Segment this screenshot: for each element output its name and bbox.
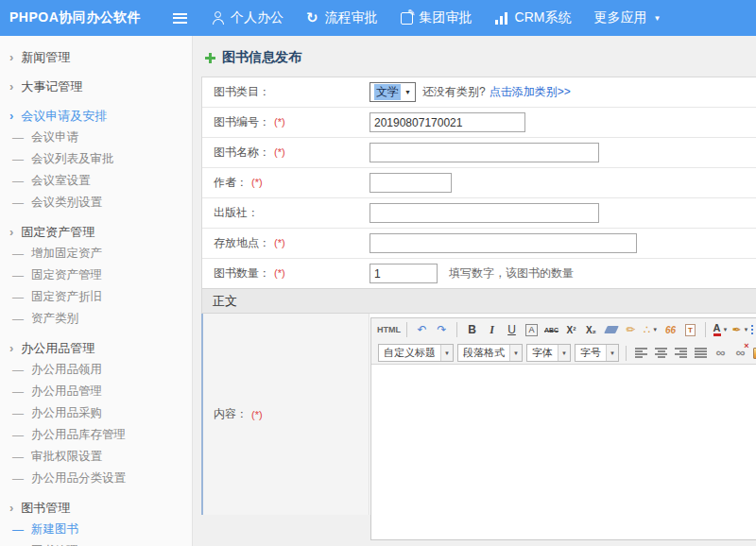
sidebar-item-label: 会议类别设置	[31, 195, 102, 211]
field-label: 图书数量：	[214, 266, 270, 280]
add-category-link[interactable]: 点击添加类别>>	[490, 84, 571, 100]
field-label: 图书类目：	[202, 84, 369, 100]
sidebar-item-会议类别设置[interactable]: —会议类别设置	[0, 192, 192, 213]
book-name-input[interactable]	[369, 143, 599, 162]
sidebar-item-会议列表及审批[interactable]: —会议列表及审批	[0, 148, 192, 170]
format-brush-icon[interactable]: ✏	[622, 320, 640, 339]
paint-format-icon[interactable]: ∴▼	[642, 320, 660, 339]
underline-icon[interactable]: U	[503, 320, 521, 339]
underline-icon: U	[507, 323, 516, 336]
publisher-input[interactable]	[369, 203, 599, 223]
sidebar-section-大事记管理[interactable]: ›大事记管理	[0, 76, 192, 97]
sidebar-item-会议申请[interactable]: —会议申请	[0, 127, 192, 148]
align-left-icon	[635, 348, 647, 358]
eraser-icon	[604, 326, 619, 333]
redo-icon[interactable]: ↷	[433, 320, 451, 339]
required-mark: (*)	[274, 267, 285, 279]
sidebar-item-label: 办公用品管理	[31, 384, 102, 400]
html-source-button[interactable]: HTML	[377, 320, 401, 339]
sidebar-item-办公用品采购[interactable]: —办公用品采购	[0, 402, 192, 424]
align-left-icon[interactable]	[632, 344, 650, 363]
sidebar-item-label: 固定资产管理	[21, 224, 94, 241]
editor-content-area[interactable]	[371, 364, 756, 539]
undo-icon[interactable]: ↶	[413, 320, 431, 339]
align-center-icon[interactable]	[652, 344, 670, 363]
font-size-select[interactable]: 字号▼	[575, 344, 619, 362]
field-label: 作者：	[214, 176, 248, 189]
font-color-icon: A	[713, 323, 721, 336]
sidebar-section-办公用品管理[interactable]: ›办公用品管理	[0, 337, 192, 359]
strikethrough-icon[interactable]: ABC	[542, 320, 560, 339]
book-no-input[interactable]	[369, 112, 525, 132]
field-label: 出版社：	[214, 206, 259, 219]
sidebar-item-审批权限设置[interactable]: —审批权限设置	[0, 446, 192, 468]
sidebar-section-固定资产管理[interactable]: ›固定资产管理	[0, 221, 192, 243]
category-select[interactable]: 文学 ▼	[369, 82, 416, 102]
toolbar-separator	[705, 322, 706, 337]
menu-more-apps[interactable]: 更多应用▼	[593, 9, 661, 26]
sidebar-item-办公用品领用[interactable]: —办公用品领用	[0, 359, 192, 381]
add-plus-icon	[205, 53, 215, 63]
sidebar-section-会议申请及安排[interactable]: ›会议申请及安排	[0, 105, 192, 127]
location-input[interactable]	[369, 233, 637, 253]
dash-icon: —	[12, 175, 24, 188]
image-icon[interactable]	[751, 344, 756, 363]
sidebar-item-办公用品库存管理[interactable]: —办公用品库存管理	[0, 424, 192, 446]
menu-process-approval[interactable]: 流程审批	[306, 9, 378, 26]
paragraph-format-select[interactable]: 段落格式▼	[457, 344, 523, 362]
sidebar-item-资产类别[interactable]: —资产类别	[0, 308, 192, 330]
link-icon	[716, 347, 726, 360]
sidebar-item-label: 资产类别	[31, 311, 78, 327]
chevron-right-icon: ›	[9, 225, 13, 239]
menu-crm-system[interactable]: CRM系统	[495, 9, 572, 26]
font-family-select[interactable]: 字体▼	[526, 344, 571, 362]
link-icon[interactable]	[712, 344, 730, 363]
required-mark: (*)	[274, 116, 285, 128]
sidebar-section-新闻管理[interactable]: ›新闻管理	[0, 46, 192, 68]
sidebar-item-label: 大事记管理	[21, 78, 82, 95]
blockquote-icon[interactable]: 66	[662, 320, 679, 339]
superscript-icon[interactable]: X²	[562, 320, 580, 339]
chevron-down-icon: ▼	[558, 345, 570, 361]
italic-icon[interactable]: I	[483, 320, 501, 339]
sidebar-section-图书管理[interactable]: ›图书管理	[0, 497, 192, 519]
dash-icon: —	[12, 196, 24, 210]
paste-text-icon[interactable]	[681, 320, 699, 339]
sidebar-item-固定资产管理[interactable]: —固定资产管理	[0, 264, 192, 286]
dash-icon: —	[12, 269, 24, 282]
char-border-icon[interactable]: A	[523, 320, 541, 339]
unlink-icon[interactable]	[731, 344, 749, 363]
sidebar-item-图书管理[interactable]: —图书管理	[0, 540, 192, 546]
sidebar-item-会议室设置[interactable]: —会议室设置	[0, 170, 192, 192]
chevron-right-icon: ›	[9, 50, 13, 64]
select-label: 字体	[532, 346, 553, 360]
quantity-input[interactable]	[369, 264, 438, 283]
hamburger-icon[interactable]	[173, 13, 187, 24]
sidebar-item-办公用品分类设置[interactable]: —办公用品分类设置	[0, 468, 192, 489]
ordered-list-icon[interactable]: ▼	[751, 320, 756, 339]
bold-icon[interactable]: B	[463, 320, 481, 339]
sidebar-item-label: 固定资产管理	[31, 267, 102, 283]
eraser-icon[interactable]	[602, 320, 620, 339]
rich-text-editor: HTML↶↷BIUAABCX²X₂✏∴▼66A▼✒▼▼▼ 自定义标题▼段落格式▼…	[370, 317, 756, 540]
caret-down-icon: ▼	[653, 14, 661, 23]
align-justify-icon[interactable]	[692, 344, 710, 363]
font-color-icon[interactable]: A▼	[712, 320, 730, 339]
toolbar-separator	[406, 322, 407, 337]
author-input[interactable]	[369, 173, 452, 193]
chart-icon	[495, 12, 508, 25]
menu-group-approval[interactable]: 集团审批	[401, 9, 472, 26]
sidebar-item-增加固定资产[interactable]: —增加固定资产	[0, 243, 192, 264]
align-right-icon[interactable]	[672, 344, 690, 363]
edit-icon	[401, 12, 413, 25]
highlight-color-icon[interactable]: ✒▼	[731, 320, 749, 339]
sidebar-item-办公用品管理[interactable]: —办公用品管理	[0, 381, 192, 402]
align-justify-icon	[695, 348, 707, 358]
menu-personal-office[interactable]: 个人办公	[212, 9, 284, 26]
subscript-icon[interactable]: X₂	[582, 320, 600, 339]
sidebar-item-固定资产折旧[interactable]: —固定资产折旧	[0, 286, 192, 308]
char-border-icon: A	[525, 324, 537, 336]
caret-down-icon: ▼	[652, 327, 658, 333]
sidebar-item-新建图书[interactable]: —新建图书	[0, 519, 192, 540]
custom-title-select[interactable]: 自定义标题▼	[378, 344, 454, 362]
